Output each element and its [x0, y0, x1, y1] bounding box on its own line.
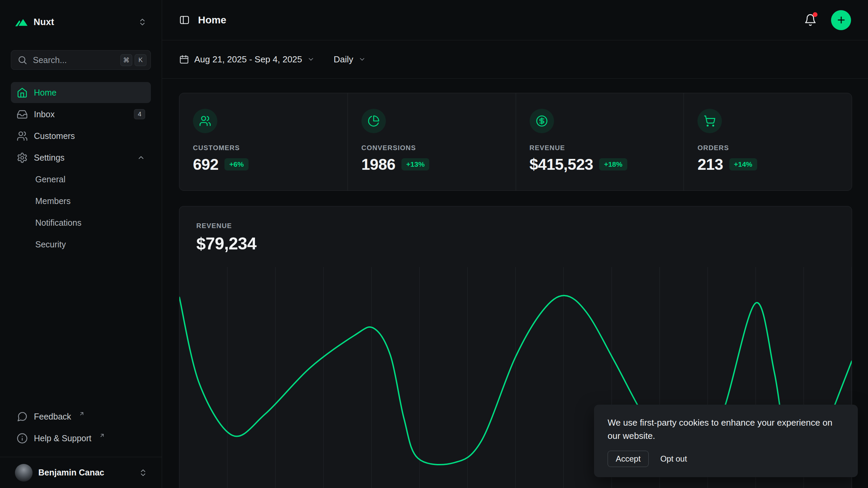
stat-card-revenue[interactable]: REVENUE $415,523 +18%	[516, 93, 684, 190]
revenue-chart-header: REVENUE $79,234	[179, 206, 852, 253]
sidebar-item-customers[interactable]: Customers	[11, 125, 151, 146]
accept-button[interactable]: Accept	[608, 451, 649, 467]
dollar-circle-icon	[530, 109, 554, 133]
chevron-down-icon	[307, 56, 315, 63]
sidebar-item-home[interactable]: Home	[11, 82, 151, 103]
app-name: Nuxt	[34, 17, 54, 27]
chevrons-up-down-icon	[139, 468, 147, 477]
period-select[interactable]: Daily	[334, 54, 366, 65]
revenue-chart-label: REVENUE	[196, 222, 835, 230]
search-kbd-hints: ⌘ K	[120, 54, 146, 66]
stat-delta-badge: +18%	[599, 158, 627, 170]
sidebar-item-label: Customers	[34, 131, 75, 141]
search-icon	[17, 55, 27, 65]
page-title: Home	[198, 14, 226, 26]
pie-chart-icon	[361, 109, 386, 133]
speech-bubble-icon	[17, 411, 28, 422]
subitem-label: Security	[35, 240, 66, 249]
team-switcher[interactable]: Nuxt	[11, 10, 151, 34]
user-name: Benjamin Canac	[38, 468, 104, 477]
add-button[interactable]	[831, 10, 851, 30]
users-icon	[193, 109, 217, 133]
date-range-label: Aug 21, 2025 - Sep 4, 2025	[194, 54, 302, 65]
stat-card-orders[interactable]: ORDERS 213 +14%	[684, 93, 852, 190]
header-actions	[802, 10, 851, 30]
sidebar-item-members[interactable]: Members	[11, 190, 151, 211]
chevron-down-icon	[358, 56, 366, 63]
chevron-up-icon	[137, 154, 145, 162]
stat-value: 692	[193, 155, 218, 174]
stat-delta-badge: +6%	[224, 158, 249, 170]
sidebar-header: Nuxt	[0, 0, 162, 34]
inbox-icon	[17, 109, 28, 120]
stat-value: 213	[697, 155, 723, 174]
search-placeholder: Search...	[33, 55, 115, 65]
sidebar-item-label: Home	[34, 88, 57, 98]
chevrons-up-down-icon[interactable]	[138, 18, 147, 26]
opt-out-button[interactable]: Opt out	[653, 451, 694, 467]
user-menu[interactable]: Benjamin Canac	[0, 457, 162, 488]
subitem-label: General	[35, 175, 65, 184]
sidebar-item-label: Inbox	[34, 109, 55, 119]
help-support-link[interactable]: Help & Support	[11, 428, 151, 449]
users-icon	[17, 130, 28, 142]
sidebar-item-settings[interactable]: Settings	[11, 147, 151, 168]
stat-label: REVENUE	[530, 144, 670, 152]
info-circle-icon	[17, 433, 28, 444]
stat-card-customers[interactable]: CUSTOMERS 692 +6%	[179, 93, 348, 190]
sidebar-item-notifications[interactable]: Notifications	[11, 212, 151, 233]
stat-label: CONVERSIONS	[361, 144, 502, 152]
home-icon	[17, 87, 28, 98]
period-label: Daily	[334, 54, 353, 65]
stat-delta-badge: +13%	[401, 158, 429, 170]
subitem-label: Members	[35, 196, 71, 206]
stat-card-conversions[interactable]: CONVERSIONS 1986 +13%	[348, 93, 516, 190]
revenue-chart-value: $79,234	[196, 234, 835, 253]
stat-value: $415,523	[530, 155, 593, 174]
notifications-button[interactable]	[802, 12, 819, 28]
stat-label: CUSTOMERS	[193, 144, 334, 152]
cookie-actions: Accept Opt out	[608, 451, 844, 467]
kbd-cmd: ⌘	[120, 54, 132, 66]
cookie-banner: We use first-party cookies to enhance yo…	[594, 405, 858, 477]
sidebar-item-inbox[interactable]: Inbox 4	[11, 104, 151, 125]
plus-icon	[836, 15, 846, 25]
sidebar-nav: Home Inbox 4 Customers	[0, 70, 162, 255]
panel-left-icon	[179, 15, 190, 25]
notification-dot	[813, 12, 817, 17]
kbd-k: K	[135, 54, 146, 66]
subitem-label: Notifications	[35, 218, 81, 228]
external-link-icon	[99, 432, 105, 439]
sidebar: Nuxt Search... ⌘ K Home	[0, 0, 162, 488]
footer-link-label: Help & Support	[34, 433, 92, 443]
stat-value: 1986	[361, 155, 395, 174]
gear-icon	[17, 152, 28, 163]
sidebar-item-security[interactable]: Security	[11, 234, 151, 255]
stat-label: ORDERS	[697, 144, 838, 152]
search-input[interactable]: Search... ⌘ K	[11, 50, 151, 70]
footer-link-label: Feedback	[34, 412, 71, 422]
sidebar-item-general[interactable]: General	[11, 169, 151, 190]
feedback-link[interactable]: Feedback	[11, 406, 151, 427]
cart-icon	[697, 109, 722, 133]
inbox-count-badge: 4	[134, 109, 145, 119]
sidebar-toggle-button[interactable]	[179, 15, 190, 25]
stat-delta-badge: +14%	[729, 158, 757, 170]
avatar	[15, 464, 33, 482]
cookie-message: We use first-party cookies to enhance yo…	[608, 416, 844, 443]
filters-toolbar: Aug 21, 2025 - Sep 4, 2025 Daily	[162, 40, 868, 79]
sidebar-item-label: Settings	[34, 153, 64, 163]
page-header: Home	[162, 0, 868, 40]
date-range-picker[interactable]: Aug 21, 2025 - Sep 4, 2025	[179, 54, 315, 65]
nuxt-logo-icon	[15, 18, 28, 27]
sidebar-footer: Feedback Help & Support	[0, 406, 162, 457]
calendar-icon	[179, 54, 189, 64]
stats-cards: CUSTOMERS 692 +6% CONVERSIONS 1986 +13%	[179, 93, 852, 191]
external-link-icon	[79, 411, 85, 417]
